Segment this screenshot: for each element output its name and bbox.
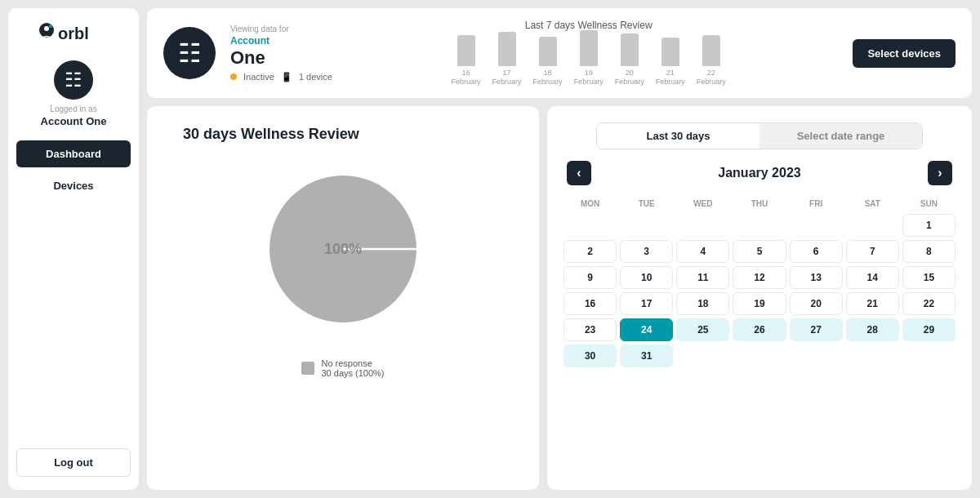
calendar-day bbox=[620, 214, 673, 237]
status-dot bbox=[230, 73, 237, 80]
bar bbox=[539, 37, 557, 66]
bar-chart: 16February17February18February19February… bbox=[452, 38, 726, 87]
calendar-day[interactable]: 10 bbox=[620, 266, 673, 289]
sidebar: orbl ☷ Logged in as Account One Dashboar… bbox=[8, 8, 139, 490]
calendar-day[interactable]: 21 bbox=[846, 292, 899, 315]
pie-label: 100% bbox=[324, 241, 362, 258]
calendar-nav: ‹ January 2023 › bbox=[564, 161, 956, 185]
sidebar-item-dashboard[interactable]: Dashboard bbox=[16, 140, 131, 167]
day-header: THU bbox=[733, 197, 786, 211]
bar-label: 20February bbox=[615, 69, 644, 87]
status-text: Inactive bbox=[243, 72, 274, 82]
bar-group: 22February bbox=[697, 35, 726, 87]
tab-date-range[interactable]: Select date range bbox=[760, 123, 922, 149]
viewing-data-label: Viewing data for bbox=[230, 24, 332, 33]
account-avatar-icon: ☷ bbox=[178, 38, 202, 69]
calendar-day[interactable]: 11 bbox=[676, 266, 729, 289]
next-month-button[interactable]: › bbox=[928, 161, 952, 185]
bar bbox=[702, 35, 720, 66]
calendar-day[interactable]: 14 bbox=[846, 266, 899, 289]
month-title: January 2023 bbox=[718, 166, 800, 180]
calendar-grid: MONTUEWEDTHUFRISATSUN1234567891011121314… bbox=[564, 197, 956, 367]
calendar-day[interactable]: 30 bbox=[564, 345, 617, 367]
calendar-day[interactable]: 2 bbox=[564, 240, 617, 263]
calendar-day[interactable]: 3 bbox=[620, 240, 673, 263]
account-name: One bbox=[230, 47, 332, 69]
sidebar-username: Account One bbox=[41, 115, 107, 127]
day-header: WED bbox=[676, 197, 729, 211]
bar-group: 21February bbox=[656, 38, 685, 87]
prev-month-button[interactable]: ‹ bbox=[567, 161, 591, 185]
bar bbox=[580, 30, 598, 66]
bar-label: 22February bbox=[697, 69, 726, 87]
calendar-day bbox=[733, 214, 786, 237]
calendar-day[interactable]: 22 bbox=[902, 292, 956, 315]
calendar-day[interactable]: 23 bbox=[564, 318, 617, 341]
calendar-day[interactable]: 20 bbox=[790, 292, 843, 315]
account-info: Viewing data for Account One Inactive 📱 … bbox=[230, 24, 332, 82]
wellness-title: 30 days Wellness Review bbox=[167, 126, 359, 143]
bar-group: 16February bbox=[452, 35, 481, 87]
calendar-day[interactable]: 18 bbox=[676, 292, 729, 315]
logout-button[interactable]: Log out bbox=[16, 448, 131, 477]
calendar-day[interactable]: 15 bbox=[902, 266, 956, 289]
wellness-card: 30 days Wellness Review 100% No response… bbox=[147, 106, 539, 490]
legend-text: No response 30 days (100%) bbox=[321, 358, 384, 378]
legend-box bbox=[301, 362, 314, 375]
calendar-day[interactable]: 24 bbox=[620, 318, 673, 341]
calendar-card: Last 30 days Select date range ‹ January… bbox=[547, 106, 972, 490]
calendar-day[interactable]: 5 bbox=[733, 240, 786, 263]
calendar-day[interactable]: 7 bbox=[846, 240, 899, 263]
day-header: MON bbox=[564, 197, 617, 211]
legend: No response 30 days (100%) bbox=[301, 358, 384, 378]
svg-point-1 bbox=[44, 26, 49, 31]
user-icon: ☷ bbox=[65, 69, 82, 91]
calendar-day[interactable]: 16 bbox=[564, 292, 617, 315]
day-header: FRI bbox=[790, 197, 843, 211]
calendar-day[interactable]: 26 bbox=[733, 318, 786, 341]
tab-last30[interactable]: Last 30 days bbox=[597, 123, 760, 149]
svg-point-2 bbox=[49, 24, 52, 28]
device-count: 1 device bbox=[299, 72, 332, 82]
chart-title: Last 7 days Wellness Review bbox=[525, 20, 653, 31]
calendar-day[interactable]: 6 bbox=[790, 240, 843, 263]
calendar-day[interactable]: 28 bbox=[846, 318, 899, 341]
calendar-day[interactable]: 17 bbox=[620, 292, 673, 315]
bar-label: 17February bbox=[492, 69, 522, 87]
calendar-day[interactable]: 9 bbox=[564, 266, 617, 289]
calendar-day[interactable]: 13 bbox=[790, 266, 843, 289]
account-avatar: ☷ bbox=[163, 27, 216, 79]
calendar-day[interactable]: 8 bbox=[902, 240, 956, 263]
calendar-day bbox=[676, 214, 729, 237]
select-devices-button[interactable]: Select devices bbox=[853, 39, 956, 68]
sidebar-item-devices[interactable]: Devices bbox=[16, 172, 131, 199]
bar-label: 16February bbox=[452, 69, 481, 87]
bar bbox=[498, 32, 516, 66]
pie-chart: 100% bbox=[253, 159, 433, 339]
bar-group: 20February bbox=[615, 33, 644, 87]
calendar-day[interactable]: 4 bbox=[676, 240, 729, 263]
bar-label: 18February bbox=[533, 69, 563, 87]
top-card: ☷ Viewing data for Account One Inactive … bbox=[147, 8, 972, 98]
calendar-day[interactable]: 29 bbox=[902, 318, 956, 341]
device-icon: 📱 bbox=[281, 72, 292, 82]
top-chart-area: Last 7 days Wellness Review 16February17… bbox=[347, 20, 830, 87]
calendar-day[interactable]: 25 bbox=[676, 318, 729, 341]
sidebar-nav: Dashboard Devices bbox=[16, 140, 131, 440]
calendar-day[interactable]: 19 bbox=[733, 292, 786, 315]
bar bbox=[457, 35, 475, 66]
bar-group: 17February bbox=[492, 32, 522, 87]
day-header: SUN bbox=[902, 197, 956, 211]
account-label: Account bbox=[230, 35, 332, 47]
bar-label: 21February bbox=[656, 69, 685, 87]
bottom-row: 30 days Wellness Review 100% No response… bbox=[147, 106, 972, 490]
calendar-day[interactable]: 12 bbox=[733, 266, 786, 289]
day-header: SAT bbox=[846, 197, 899, 211]
main-content: ☷ Viewing data for Account One Inactive … bbox=[147, 8, 972, 490]
calendar-tabs: Last 30 days Select date range bbox=[596, 122, 923, 149]
calendar-day bbox=[846, 214, 899, 237]
calendar-day[interactable]: 31 bbox=[620, 345, 673, 367]
calendar-day[interactable]: 1 bbox=[902, 214, 956, 237]
bar-group: 19February bbox=[574, 30, 604, 87]
calendar-day[interactable]: 27 bbox=[790, 318, 843, 341]
